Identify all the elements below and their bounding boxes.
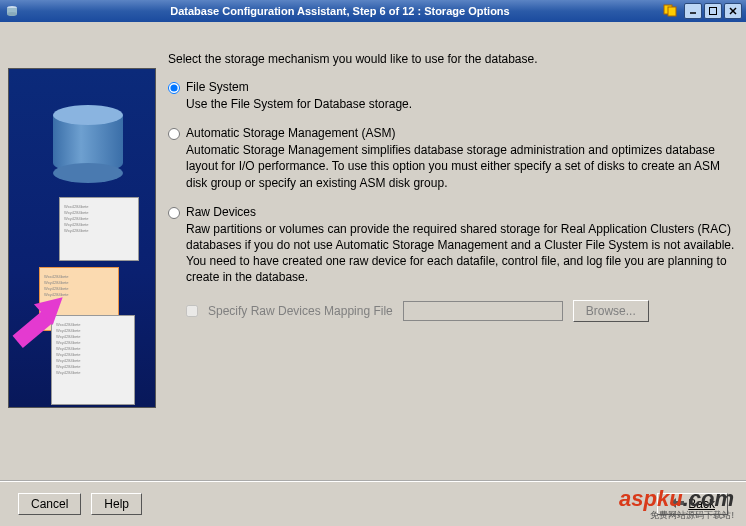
asm-desc: Automatic Storage Management simplifies …: [186, 142, 738, 191]
window-title: Database Configuration Assistant, Step 6…: [24, 5, 656, 17]
raw-mapping-checkbox: [186, 305, 198, 317]
radio-raw[interactable]: [168, 207, 180, 219]
file-system-label: File System: [186, 80, 249, 94]
radio-asm[interactable]: [168, 128, 180, 140]
minimize-button[interactable]: [684, 3, 702, 19]
browse-button: Browse...: [573, 300, 649, 322]
back-label: Back: [688, 497, 715, 511]
raw-desc: Raw partitions or volumes can provide th…: [186, 221, 738, 286]
svg-rect-6: [710, 8, 717, 15]
radio-file-system[interactable]: [168, 82, 180, 94]
title-icon: [662, 3, 678, 19]
svg-marker-9: [670, 498, 684, 508]
svg-rect-4: [668, 7, 676, 16]
app-icon: [4, 3, 20, 19]
footer-bar: Cancel Help Back: [0, 480, 746, 526]
raw-label: Raw Devices: [186, 205, 256, 219]
svg-point-2: [7, 12, 17, 16]
options-pane: Select the storage mechanism you would l…: [168, 30, 738, 472]
intro-text: Select the storage mechanism you would l…: [168, 52, 738, 66]
raw-mapping-label: Specify Raw Devices Mapping File: [208, 304, 393, 318]
asm-label: Automatic Storage Management (ASM): [186, 126, 395, 140]
wizard-illustration: Wxx4284beteWxy4284beteWxy4284beteWxy4284…: [8, 68, 156, 408]
cancel-button[interactable]: Cancel: [18, 493, 81, 515]
maximize-button[interactable]: [704, 3, 722, 19]
file-system-desc: Use the File System for Database storage…: [186, 96, 738, 112]
help-button[interactable]: Help: [91, 493, 142, 515]
title-bar: Database Configuration Assistant, Step 6…: [0, 0, 746, 22]
back-arrow-icon: [670, 497, 684, 511]
raw-mapping-input: [403, 301, 563, 321]
close-button[interactable]: [724, 3, 742, 19]
back-button[interactable]: Back: [657, 493, 728, 515]
